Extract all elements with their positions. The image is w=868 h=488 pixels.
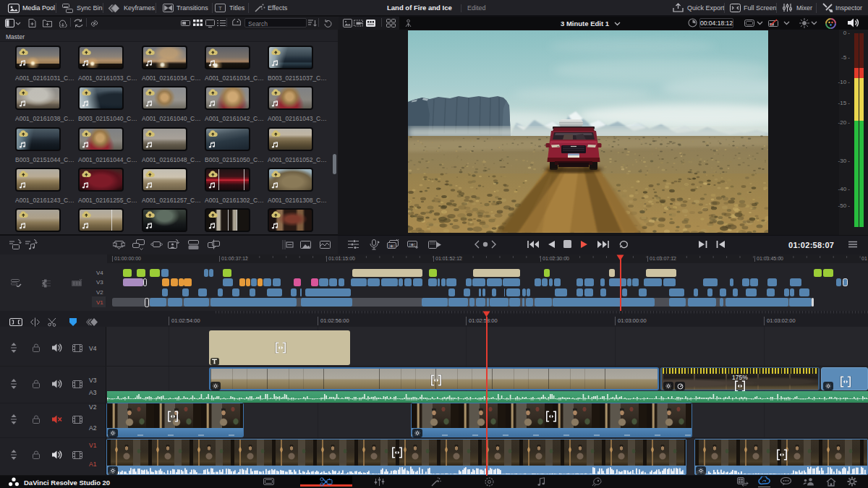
svg-text:[◉]: [◉] (409, 242, 416, 247)
svg-text:[◉]: [◉] (388, 244, 395, 248)
svg-text:T: T (218, 5, 222, 12)
